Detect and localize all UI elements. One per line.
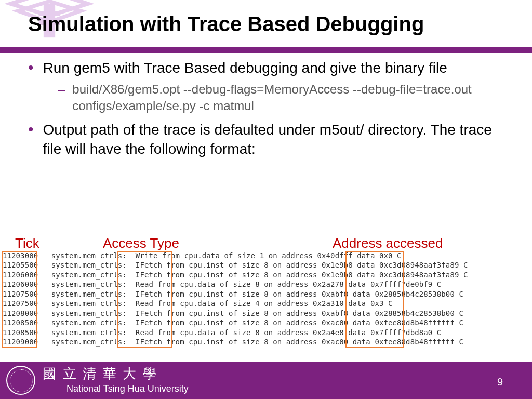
slide-footer: 國 立 清 華 大 學 National Tsing Hua Universit… [0,362,532,399]
highlight-address-column [345,251,404,348]
university-seal-icon [6,366,35,395]
sub-bullet-item: – build/X86/gem5.opt --debug-flags=Memor… [58,81,506,115]
bullet-item: • Run gem5 with Trace Based debugging an… [28,58,506,78]
highlight-access-type-column [117,251,172,348]
bullet-dot-icon: • [28,120,34,159]
annotation-tick: Tick [15,235,39,251]
annotation-address: Address accessed [332,235,443,251]
trace-output-block: 11203000 system.mem_ctrls: Write from cp… [3,251,530,347]
title-underline [0,47,532,53]
bullet-text: Run gem5 with Trace Based debugging and … [43,58,447,78]
bullet-item: • Output path of the trace is defaulted … [28,120,506,159]
highlight-tick-column [2,251,37,348]
bullet-dash-icon: – [58,81,65,115]
university-name-chinese: 國 立 清 華 大 學 [43,365,158,383]
bullet-text: Output path of the trace is defaulted un… [43,120,506,159]
university-name-english: National Tsing Hua University [66,383,189,394]
page-number: 9 [497,376,503,388]
annotation-access-type: Access Type [103,235,179,251]
slide-body: • Run gem5 with Trace Based debugging an… [28,58,506,162]
slide-title: Simulation with Trace Based Debugging [28,12,424,36]
sub-bullet-text: build/X86/gem5.opt --debug-flags=MemoryA… [72,81,506,115]
bullet-dot-icon: • [28,58,34,78]
